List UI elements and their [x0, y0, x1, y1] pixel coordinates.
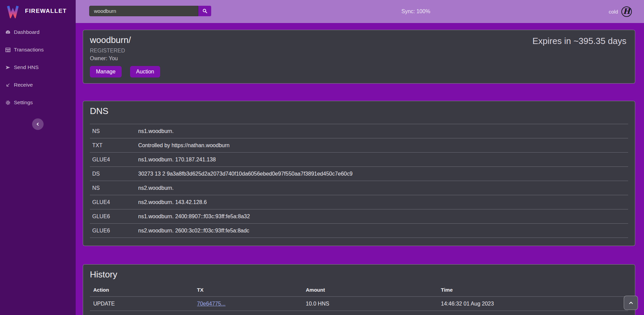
- dns-title: DNS: [90, 106, 628, 116]
- wallet-name: cold: [609, 9, 618, 15]
- chevron-up-icon: [628, 300, 634, 306]
- sidebar-item-label: Send HNS: [14, 64, 39, 70]
- sidebar-item-receive[interactable]: Receive: [0, 76, 76, 94]
- domain-actions: Manage Auction: [90, 66, 628, 77]
- dns-record-row: GLUE4 ns2.woodburn. 143.42.128.6: [90, 195, 628, 209]
- dns-record-type: GLUE6: [90, 213, 138, 220]
- history-col-time: Time: [438, 287, 628, 293]
- dns-record-value: ns2.woodburn.: [138, 185, 628, 191]
- dns-record-type: TXT: [90, 142, 138, 149]
- history-card: History Action TX Amount Time UPDATE 70e…: [83, 264, 635, 315]
- history-col-action: Action: [90, 287, 194, 293]
- dns-record-type: DS: [90, 171, 138, 177]
- dashboard-icon: [5, 29, 11, 35]
- history-row: RENEW d7b64c... 10.0 HNS 15:47:30 07 Jul…: [90, 311, 628, 315]
- sidebar-item-label: Transactions: [14, 47, 44, 53]
- domain-card: woodburn/ Expires in ~395.35 days REGIST…: [83, 30, 635, 84]
- dns-record-row: NS ns1.woodburn.: [90, 124, 628, 138]
- history-row: UPDATE 70e64775... 10.0 HNS 14:46:32 01 …: [90, 297, 628, 311]
- dns-card: DNS NS ns1.woodburn. TXT Controlled by h…: [83, 101, 635, 246]
- topbar: Sync: 100% cold H: [76, 0, 644, 23]
- dns-record-value: ns1.woodburn. 170.187.241.138: [138, 157, 628, 163]
- sidebar-item-label: Settings: [14, 99, 33, 106]
- dns-record-type: GLUE4: [90, 157, 138, 163]
- dns-record-value: ns2.woodburn. 2600:3c02::f03c:93ff:fe5a:…: [138, 228, 628, 234]
- history-header-row: Action TX Amount Time: [90, 283, 628, 297]
- history-time: 14:46:32 01 Aug 2023: [438, 301, 628, 307]
- dns-record-value: ns2.woodburn. 143.42.128.6: [138, 199, 628, 205]
- history-col-tx: TX: [194, 287, 302, 293]
- dns-record-row: GLUE6 ns2.woodburn. 2600:3c02::f03c:93ff…: [90, 223, 628, 238]
- sidebar-nav: Dashboard Transactions Send HNS Receive: [0, 22, 76, 111]
- dns-record-value: Controlled by https://nathan.woodburn: [138, 142, 628, 149]
- dns-record-row: NS ns2.woodburn.: [90, 181, 628, 195]
- brand-name: FIREWALLET: [25, 8, 67, 15]
- dns-record-type: GLUE6: [90, 228, 138, 234]
- chevron-left-icon: [36, 122, 40, 126]
- sidebar-item-transactions[interactable]: Transactions: [0, 41, 76, 59]
- dns-record-value: ns1.woodburn. 2400:8907::f03c:93ff:fe5a:…: [138, 213, 628, 220]
- domain-expiry: Expires in ~395.35 days: [532, 36, 626, 46]
- search-button[interactable]: [198, 6, 211, 16]
- search-bar: [89, 6, 211, 16]
- sync-status: Sync: 100%: [401, 0, 430, 23]
- dns-record-value: ns1.woodburn.: [138, 128, 628, 134]
- dns-record-type: NS: [90, 128, 138, 134]
- sidebar-item-label: Receive: [14, 82, 33, 88]
- brand[interactable]: FIREWALLET: [0, 0, 76, 22]
- sidebar-collapse-button[interactable]: [32, 118, 44, 130]
- history-col-amount: Amount: [302, 287, 438, 293]
- dns-record-row: TXT Controlled by https://nathan.woodbur…: [90, 138, 628, 152]
- search-input[interactable]: [89, 6, 198, 16]
- dns-record-row: GLUE4 ns1.woodburn. 170.187.241.138: [90, 152, 628, 166]
- firewallet-logo-icon: [5, 4, 20, 18]
- domain-status: REGISTERED: [90, 48, 628, 54]
- sidebar-item-settings[interactable]: Settings: [0, 94, 76, 111]
- history-amount: 10.0 HNS: [302, 301, 438, 307]
- dns-table: NS ns1.woodburn. TXT Controlled by https…: [90, 124, 628, 238]
- sidebar-item-send-hns[interactable]: Send HNS: [0, 59, 76, 76]
- sidebar: FIREWALLET Dashboard Transactions Send H…: [0, 0, 76, 315]
- dns-record-type: NS: [90, 185, 138, 191]
- dns-record-row: DS 30273 13 2 9a3a8fb3d625d2a2073d740f10…: [90, 166, 628, 181]
- history-title: History: [90, 269, 628, 280]
- domain-owner: Owner: You: [90, 55, 628, 62]
- scroll-to-top-button[interactable]: [624, 296, 638, 310]
- dns-record-row: GLUE6 ns1.woodburn. 2400:8907::f03c:93ff…: [90, 209, 628, 223]
- manage-button[interactable]: Manage: [90, 66, 122, 77]
- dns-record-value: 30273 13 2 9a3a8fb3d625d2a2073d740f10da6…: [138, 171, 628, 177]
- wallet-indicator: cold H: [609, 0, 632, 23]
- send-icon: [5, 65, 11, 70]
- handshake-logo-icon[interactable]: H: [621, 6, 632, 17]
- receive-icon: [5, 82, 11, 88]
- tx-link[interactable]: 70e64775...: [197, 301, 226, 307]
- history-action: UPDATE: [90, 301, 194, 307]
- dns-record-type: GLUE4: [90, 199, 138, 205]
- settings-icon: [5, 100, 11, 106]
- sidebar-item-label: Dashboard: [14, 29, 40, 35]
- transactions-icon: [5, 47, 11, 53]
- history-table: Action TX Amount Time UPDATE 70e64775...…: [90, 283, 628, 315]
- auction-button[interactable]: Auction: [130, 66, 160, 77]
- search-icon: [202, 8, 208, 14]
- sidebar-item-dashboard[interactable]: Dashboard: [0, 23, 76, 41]
